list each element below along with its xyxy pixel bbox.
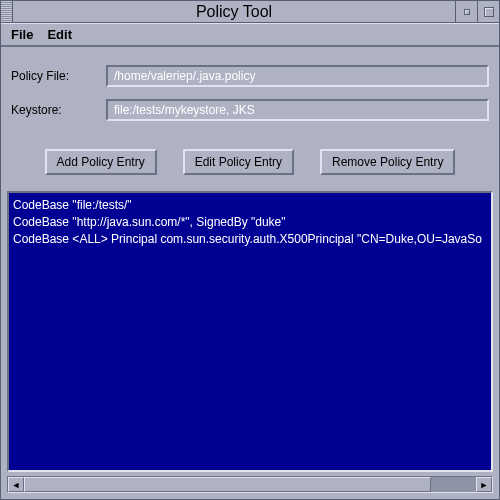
- list-item[interactable]: CodeBase <ALL> Principal com.sun.securit…: [13, 231, 487, 248]
- maximize-button[interactable]: [477, 1, 499, 22]
- scroll-track[interactable]: [24, 477, 476, 492]
- menu-edit[interactable]: Edit: [47, 27, 72, 42]
- form-area: Policy File: Keystore:: [1, 47, 499, 139]
- remove-policy-entry-button[interactable]: Remove Policy Entry: [320, 149, 455, 175]
- policy-file-label: Policy File:: [11, 69, 106, 83]
- edit-policy-entry-button[interactable]: Edit Policy Entry: [183, 149, 294, 175]
- titlebar-handle[interactable]: [1, 1, 13, 22]
- minimize-button[interactable]: [455, 1, 477, 22]
- keystore-label: Keystore:: [11, 103, 106, 117]
- list-item[interactable]: CodeBase "file:/tests/": [13, 197, 487, 214]
- window-title: Policy Tool: [13, 1, 455, 22]
- scroll-right-icon[interactable]: ►: [476, 477, 492, 492]
- menu-file[interactable]: File: [11, 27, 33, 42]
- horizontal-scrollbar[interactable]: ◄ ►: [7, 476, 493, 493]
- keystore-input[interactable]: [106, 99, 489, 121]
- policy-entries-list[interactable]: CodeBase "file:/tests/" CodeBase "http:/…: [7, 191, 493, 472]
- titlebar: Policy Tool: [1, 1, 499, 23]
- policy-file-input[interactable]: [106, 65, 489, 87]
- scroll-thumb[interactable]: [24, 477, 431, 492]
- add-policy-entry-button[interactable]: Add Policy Entry: [45, 149, 157, 175]
- list-item[interactable]: CodeBase "http://java.sun.com/*", Signed…: [13, 214, 487, 231]
- menubar: File Edit: [1, 23, 499, 47]
- scroll-left-icon[interactable]: ◄: [8, 477, 24, 492]
- button-row: Add Policy Entry Edit Policy Entry Remov…: [1, 139, 499, 191]
- policy-tool-window: Policy Tool File Edit Policy File: Keyst…: [0, 0, 500, 500]
